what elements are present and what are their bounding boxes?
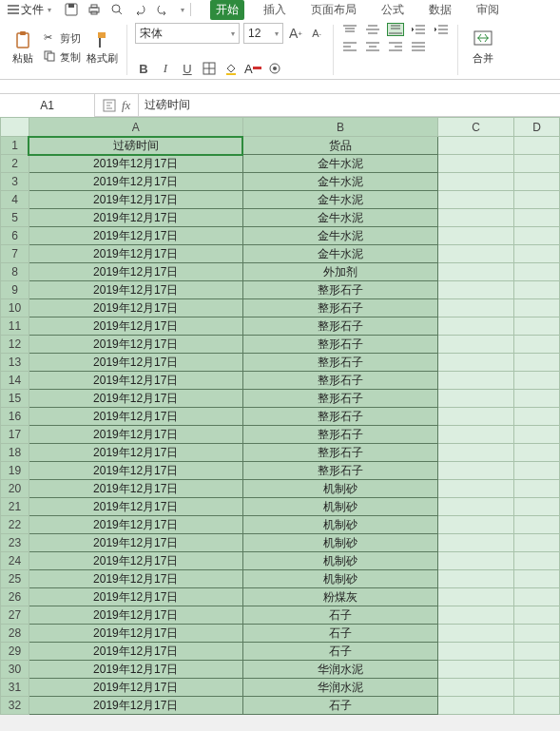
cell[interactable]	[438, 245, 514, 263]
cell[interactable]: 机制砂	[242, 516, 438, 534]
tab-公式[interactable]: 公式	[376, 0, 410, 20]
cell[interactable]: 2019年12月17日	[29, 570, 242, 588]
cell[interactable]: 整形石子	[242, 408, 438, 426]
cell[interactable]	[514, 336, 560, 354]
row-header[interactable]: 13	[1, 354, 29, 372]
effects-button[interactable]	[266, 60, 283, 77]
cell[interactable]	[514, 372, 560, 390]
cell[interactable]: 2019年12月17日	[29, 390, 242, 408]
align-center-button[interactable]	[364, 40, 381, 53]
cut-button[interactable]: ✂剪切	[44, 29, 81, 47]
cell[interactable]: 外加剂	[242, 263, 438, 281]
cell[interactable]: 2019年12月17日	[29, 444, 242, 462]
cell[interactable]	[438, 516, 514, 534]
cell[interactable]: 2019年12月17日	[29, 462, 242, 480]
cell[interactable]	[514, 534, 560, 552]
cell[interactable]: 2019年12月17日	[29, 155, 242, 173]
cell[interactable]: 整形石子	[242, 372, 438, 390]
cell[interactable]	[514, 227, 560, 245]
spreadsheet[interactable]: A B C D 1过磅时间货品22019年12月17日金牛水泥32019年12月…	[0, 117, 560, 715]
row-header[interactable]: 29	[1, 643, 29, 661]
cell[interactable]: 整形石子	[242, 444, 438, 462]
cell[interactable]: 整形石子	[242, 281, 438, 299]
cell[interactable]: 2019年12月17日	[29, 336, 242, 354]
cell[interactable]: 2019年12月17日	[29, 643, 242, 661]
row-header[interactable]: 4	[1, 191, 29, 209]
cell[interactable]	[514, 390, 560, 408]
font-size-select[interactable]: 12▾	[243, 23, 283, 44]
cell[interactable]	[438, 299, 514, 317]
cell[interactable]	[438, 372, 514, 390]
cell[interactable]	[438, 281, 514, 299]
cell[interactable]	[438, 661, 514, 679]
cell[interactable]	[514, 679, 560, 697]
print-icon[interactable]	[87, 3, 101, 16]
cell[interactable]: 2019年12月17日	[29, 697, 242, 715]
cell[interactable]: 2019年12月17日	[29, 245, 242, 263]
cell[interactable]	[438, 643, 514, 661]
increase-font-button[interactable]: A+	[287, 25, 304, 42]
cell[interactable]: 机制砂	[242, 570, 438, 588]
row-header[interactable]: 18	[1, 444, 29, 462]
cell[interactable]: 整形石子	[242, 462, 438, 480]
tab-插入[interactable]: 插入	[258, 0, 292, 20]
fx-icon[interactable]: fx	[122, 98, 130, 113]
cell[interactable]: 2019年12月17日	[29, 426, 242, 444]
cell[interactable]: 2019年12月17日	[29, 372, 242, 390]
cell[interactable]	[514, 408, 560, 426]
qat-dropdown-icon[interactable]: ▾	[181, 6, 184, 14]
cell[interactable]: 2019年12月17日	[29, 263, 242, 281]
cell[interactable]	[514, 209, 560, 227]
cell[interactable]	[438, 263, 514, 281]
cell[interactable]: 2019年12月17日	[29, 354, 242, 372]
align-right-button[interactable]	[387, 40, 404, 53]
cell[interactable]: 金牛水泥	[242, 209, 438, 227]
file-menu[interactable]: 文件 ▾	[4, 2, 55, 18]
redo-icon[interactable]	[156, 3, 169, 16]
row-header[interactable]: 22	[1, 516, 29, 534]
cell[interactable]	[438, 588, 514, 606]
row-header[interactable]: 11	[1, 317, 29, 336]
cell[interactable]	[438, 408, 514, 426]
row-header[interactable]: 5	[1, 209, 29, 227]
cell[interactable]: 整形石子	[242, 336, 438, 354]
cell[interactable]	[514, 426, 560, 444]
cell[interactable]: 华润水泥	[242, 661, 438, 679]
cell[interactable]	[438, 679, 514, 697]
underline-button[interactable]: U	[179, 60, 196, 77]
cell[interactable]: 货品	[242, 137, 438, 155]
row-header[interactable]: 8	[1, 263, 29, 281]
cell[interactable]: 整形石子	[242, 354, 438, 372]
cell[interactable]	[438, 625, 514, 643]
row-header[interactable]: 21	[1, 498, 29, 516]
cell[interactable]	[438, 444, 514, 462]
cell[interactable]: 2019年12月17日	[29, 625, 242, 643]
column-header[interactable]: B	[242, 118, 438, 137]
cell[interactable]	[514, 570, 560, 588]
cell[interactable]	[438, 534, 514, 552]
row-header[interactable]: 27	[1, 606, 29, 625]
cell[interactable]	[438, 173, 514, 191]
cell[interactable]: 整形石子	[242, 426, 438, 444]
align-left-button[interactable]	[341, 40, 358, 53]
cell[interactable]: 2019年12月17日	[29, 498, 242, 516]
cell[interactable]: 2019年12月17日	[29, 679, 242, 697]
cell[interactable]	[514, 263, 560, 281]
cell[interactable]	[438, 606, 514, 625]
borders-button[interactable]	[201, 60, 218, 77]
cell[interactable]: 2019年12月17日	[29, 552, 242, 570]
row-header[interactable]: 16	[1, 408, 29, 426]
cell[interactable]	[514, 137, 560, 155]
cell[interactable]	[438, 227, 514, 245]
row-header[interactable]: 24	[1, 552, 29, 570]
cell[interactable]	[514, 155, 560, 173]
row-header[interactable]: 32	[1, 697, 29, 715]
cell[interactable]	[514, 480, 560, 498]
row-header[interactable]: 26	[1, 588, 29, 606]
cell[interactable]	[438, 209, 514, 227]
decrease-font-button[interactable]: A-	[308, 25, 325, 42]
cell[interactable]: 整形石子	[242, 317, 438, 336]
autosum-icon[interactable]	[103, 99, 116, 112]
row-header[interactable]: 2	[1, 155, 29, 173]
cell[interactable]	[514, 462, 560, 480]
